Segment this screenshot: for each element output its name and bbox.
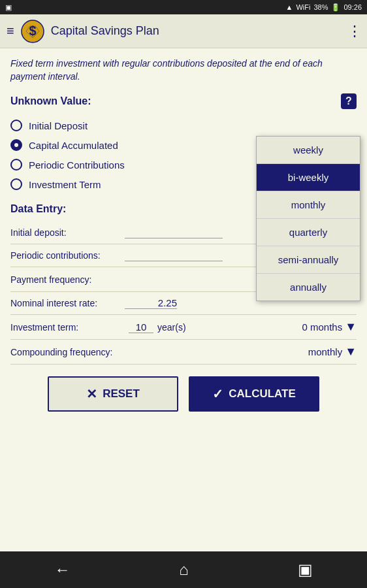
nav-back-icon[interactable]: ← — [54, 561, 70, 579]
calculate-label: CALCULATE — [229, 387, 296, 400]
reset-label: RESET — [103, 387, 140, 400]
field-label-nominal-interest-rate: Nominal interest rate: — [10, 298, 125, 308]
battery-level: 38% — [313, 3, 328, 11]
investment-term-months[interactable]: 0 months ▼ — [302, 320, 357, 334]
compounding-frequency-dropdown-arrow[interactable]: ▼ — [345, 345, 357, 359]
wifi-icon: WiFi — [296, 3, 310, 11]
field-label-periodic-contributions: Periodic contributions: — [10, 250, 125, 261]
years-unit: year(s) — [157, 322, 186, 333]
dropdown-item-annually[interactable]: annually — [257, 274, 360, 301]
field-label-investment-term: Investment term: — [10, 322, 125, 333]
nav-recents-icon[interactable]: ▣ — [298, 561, 313, 579]
dropdown-item-weekly[interactable]: weekly — [257, 137, 360, 164]
investment-term-months-value: 0 months — [302, 321, 342, 333]
time-display: 09:26 — [343, 3, 362, 11]
help-icon[interactable]: ? — [341, 93, 357, 109]
investment-term-months-dropdown-arrow[interactable]: ▼ — [345, 320, 357, 334]
nav-home-icon[interactable]: ⌂ — [179, 561, 189, 579]
radio-circle-investment-term — [10, 178, 22, 190]
status-bar: ▣ ▲ WiFi 38% 🔋 09:26 — [0, 0, 367, 14]
more-options-icon[interactable]: ⋮ — [347, 23, 360, 40]
dropdown-item-biweekly[interactable]: bi-weekly — [257, 164, 360, 191]
calculate-icon: ✓ — [212, 386, 223, 402]
nominal-interest-rate-input[interactable] — [125, 297, 177, 309]
app-title: Capital Savings Plan — [51, 24, 347, 38]
app-logo: $ — [21, 20, 44, 43]
battery-icon: 🔋 — [331, 3, 340, 12]
dropdown-item-monthly[interactable]: monthly — [257, 191, 360, 219]
radio-label-initial-deposit: Initial Deposit — [29, 120, 88, 131]
field-label-compounding-frequency: Compounding frequency: — [10, 347, 125, 357]
menu-icon[interactable]: ≡ — [7, 24, 14, 39]
field-row-investment-term: Investment term: year(s) 0 months ▼ — [10, 315, 357, 340]
status-icon: ▣ — [5, 3, 12, 12]
buttons-row: ✕ RESET ✓ CALCULATE — [10, 376, 357, 412]
reset-button[interactable]: ✕ RESET — [48, 376, 178, 412]
unknown-value-section: Unknown Value: ? — [10, 93, 357, 109]
dropdown-item-semi-annually[interactable]: semi-annually — [257, 246, 360, 274]
initial-deposit-input[interactable] — [125, 227, 223, 238]
radio-item-initial-deposit[interactable]: Initial Deposit — [10, 116, 357, 135]
unknown-value-label: Unknown Value: — [10, 95, 91, 107]
signal-icon: ▲ — [286, 3, 293, 11]
field-label-payment-frequency: Payment frequency: — [10, 274, 125, 285]
radio-circle-initial-deposit — [10, 120, 22, 131]
radio-label-investment-term: Investment Term — [29, 179, 101, 190]
investment-term-years-input[interactable] — [129, 321, 153, 333]
field-row-compounding-frequency[interactable]: Compounding frequency: monthly ▼ — [10, 340, 357, 365]
periodic-contributions-input[interactable] — [125, 250, 223, 261]
status-bar-right: ▲ WiFi 38% 🔋 09:26 — [286, 3, 362, 12]
dropdown-item-quarterly[interactable]: quarterly — [257, 219, 360, 246]
header: ≡ $ Capital Savings Plan ⋮ — [0, 14, 367, 48]
radio-label-periodic-contributions: Periodic Contributions — [29, 159, 125, 171]
reset-icon: ✕ — [86, 386, 97, 402]
radio-circle-periodic-contributions — [10, 159, 22, 171]
field-label-initial-deposit: Initial deposit: — [10, 227, 125, 238]
calculate-button[interactable]: ✓ CALCULATE — [189, 376, 319, 412]
radio-label-capital-accumulated: Capital Accumulated — [29, 140, 118, 151]
payment-frequency-dropdown: weekly bi-weekly monthly quarterly semi-… — [256, 136, 360, 301]
nav-bar: ← ⌂ ▣ — [0, 551, 367, 588]
radio-circle-capital-accumulated — [10, 139, 22, 151]
compounding-frequency-value: monthly — [125, 346, 342, 357]
description-text: Fixed term investment with regular contr… — [10, 57, 357, 83]
status-bar-left: ▣ — [5, 3, 12, 12]
